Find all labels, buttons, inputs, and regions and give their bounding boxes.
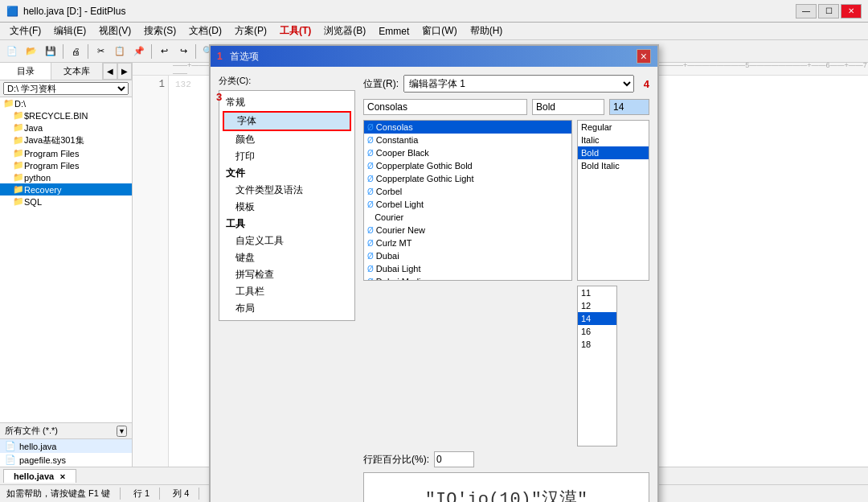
size-12[interactable]: 12: [578, 299, 616, 312]
cat-spell-check[interactable]: 拼写检查: [223, 266, 351, 283]
line-spacing-label: 行距百分比(%):: [363, 453, 429, 467]
font-style-input[interactable]: [532, 99, 604, 115]
line-spacing-input[interactable]: [434, 451, 474, 467]
font-list-dubai-light[interactable]: Ø Dubai Light: [364, 262, 571, 275]
dialog-overlay: 1 首选项 × 分类(C): 3 常规 字体 颜色 打印 文件 文件类型及语: [0, 0, 868, 502]
font-size-list[interactable]: 11 12 14 16 18: [577, 286, 617, 446]
cat-color[interactable]: 颜色: [223, 131, 351, 148]
font-list-courier[interactable]: Courier: [364, 211, 571, 224]
font-list-copperplate-bold[interactable]: Ø Copperplate Gothic Bold: [364, 159, 571, 172]
style-bold[interactable]: Bold: [578, 146, 649, 159]
font-list-curlz[interactable]: Ø Curlz MT: [364, 237, 571, 249]
cat-print[interactable]: 打印: [223, 148, 351, 165]
position-label: 位置(R):: [363, 77, 399, 91]
style-italic[interactable]: Italic: [578, 134, 649, 146]
cat-template[interactable]: 模板: [223, 199, 351, 216]
position-row: 位置(R): 编辑器字体 1 4: [363, 75, 649, 93]
position-select[interactable]: 编辑器字体 1: [403, 75, 634, 93]
font-list-constantia[interactable]: Ø Constantia: [364, 134, 571, 146]
cat-toolbar[interactable]: 工具栏: [223, 283, 351, 300]
cat-layout[interactable]: 布局: [223, 300, 351, 317]
preview-text: "IO'io(10)"汉漠": [425, 487, 588, 503]
dialog-title-bar: 1 首选项 ×: [211, 46, 657, 67]
font-name-input[interactable]: [363, 99, 527, 115]
font-list-courier-new[interactable]: Ø Courier New: [364, 224, 571, 237]
style-regular[interactable]: Regular: [578, 121, 649, 134]
cat-font[interactable]: 字体: [223, 111, 351, 131]
dialog-close-button[interactable]: ×: [637, 49, 651, 64]
dialog-title-text: 首选项: [230, 51, 259, 62]
font-size-input[interactable]: [609, 99, 649, 115]
dialog-body: 分类(C): 3 常规 字体 颜色 打印 文件 文件类型及语法 模板 工具 自定…: [211, 67, 657, 502]
font-list-corbel[interactable]: Ø Corbel: [364, 185, 571, 198]
font-list-dubai-medium[interactable]: Ø Dubai Medium: [364, 275, 571, 281]
font-settings-panel: 位置(R): 编辑器字体 1 4 Ø Consolas: [363, 75, 649, 502]
category-panel: 分类(C): 3 常规 字体 颜色 打印 文件 文件类型及语法 模板 工具 自定…: [219, 75, 355, 502]
step-number-1: 1: [217, 51, 223, 62]
font-list-copperplate-light[interactable]: Ø Copperplate Gothic Light: [364, 172, 571, 185]
category-tree: 3 常规 字体 颜色 打印 文件 文件类型及语法 模板 工具 自定义工具 键盘 …: [219, 90, 355, 321]
step-number-4: 4: [644, 78, 649, 90]
font-input-row: [363, 99, 649, 115]
font-preview: "IO'io(10)"汉漠": [363, 472, 649, 502]
cat-general[interactable]: 常规: [223, 94, 351, 111]
cat-keyboard[interactable]: 键盘: [223, 249, 351, 266]
font-list-corbel-light[interactable]: Ø Corbel Light: [364, 198, 571, 211]
font-list-consolas[interactable]: Ø Consolas: [364, 121, 571, 134]
cat-filetype[interactable]: 文件类型及语法: [223, 182, 351, 199]
font-style-list[interactable]: Regular Italic Bold Bold Italic: [577, 120, 649, 281]
category-label: 分类(C):: [219, 75, 355, 87]
size-14[interactable]: 14: [578, 312, 616, 325]
size-18[interactable]: 18: [578, 338, 616, 351]
style-size-panel: Regular Italic Bold Bold Italic 11 12 14…: [577, 120, 649, 446]
font-list-cooper[interactable]: Ø Cooper Black: [364, 146, 571, 159]
size-16[interactable]: 16: [578, 325, 616, 338]
cat-custom-tool[interactable]: 自定义工具: [223, 232, 351, 249]
font-list-dubai[interactable]: Ø Dubai: [364, 249, 571, 262]
cat-section-tool: 工具: [223, 216, 351, 232]
size-11[interactable]: 11: [578, 286, 616, 299]
step-number-3: 3: [216, 91, 222, 103]
font-lists: Ø Consolas Ø Constantia Ø Cooper Black Ø…: [363, 120, 649, 446]
line-spacing-row: 行距百分比(%):: [363, 451, 649, 467]
style-bold-italic[interactable]: Bold Italic: [578, 159, 649, 172]
preferences-dialog: 1 首选项 × 分类(C): 3 常规 字体 颜色 打印 文件 文件类型及语: [209, 44, 659, 502]
cat-section-file: 文件: [223, 165, 351, 182]
font-name-list[interactable]: Ø Consolas Ø Constantia Ø Cooper Black Ø…: [363, 120, 572, 281]
